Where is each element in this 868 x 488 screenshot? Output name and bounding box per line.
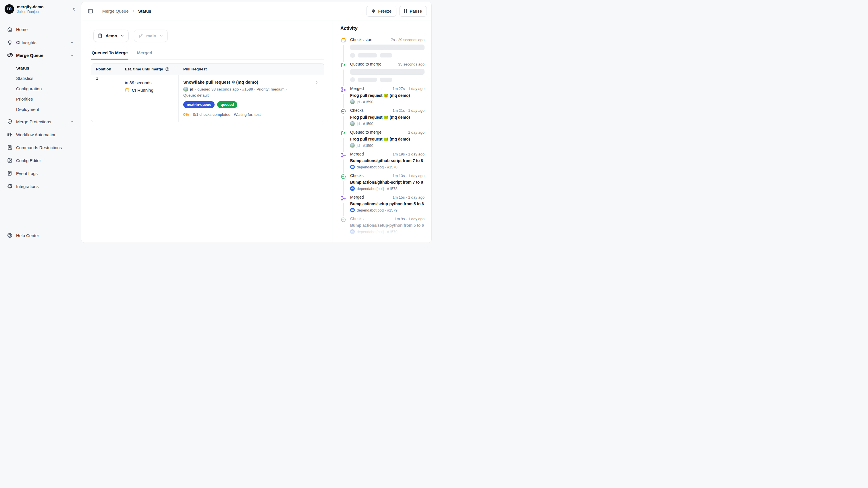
sidebar-item-ci-insights[interactable]: CI Insights <box>5 37 76 47</box>
activity-byline-text: jd · #1590 <box>357 100 373 104</box>
sidebar-item-config-editor[interactable]: Config Editor <box>5 155 76 165</box>
shield-check-icon <box>7 119 13 124</box>
activity-byline: jd · #1590 <box>350 99 425 104</box>
dependabot-avatar <box>350 165 355 169</box>
pause-icon <box>404 9 407 13</box>
repository-value: demo <box>106 33 117 38</box>
checks-summary: · 0/1 checks completed · Waiting for: te… <box>191 112 261 117</box>
sidebar-subitem-priorities[interactable]: Priorities <box>5 95 76 103</box>
help-center-link[interactable]: Help Center <box>7 232 39 238</box>
progress-percent: 0% <box>183 112 189 117</box>
queue-tabs: Queued To Merge Merged <box>91 50 324 59</box>
activity-byline-text: dependabot[bot] · #1579 <box>357 230 398 234</box>
activity-item-title: Queued to merge <box>350 62 381 66</box>
document-lock-icon <box>7 145 13 150</box>
breadcrumb-merge-queue[interactable]: Merge Queue <box>102 9 129 13</box>
activity-item: Queued to merge 1 day ago Frog pull requ… <box>340 130 425 148</box>
snowflake-icon <box>371 9 376 13</box>
activity-item: Merged 1m 27s · 1 day ago Frog pull requ… <box>340 86 425 104</box>
activity-item-time: 1 day ago <box>408 130 425 135</box>
activity-pr-link[interactable]: Frog pull request 🐸 (mq demo) <box>350 137 425 141</box>
chevron-down-icon <box>159 34 163 38</box>
breadcrumb: Merge Queue Status <box>102 9 151 13</box>
activity-item-title: Checks <box>350 173 364 178</box>
tab-merged[interactable]: Merged <box>136 50 153 59</box>
activity-byline-text: jd · #1590 <box>357 121 373 126</box>
queued-to-merge-icon <box>340 62 346 69</box>
activity-item: Merged 1m 15s · 1 day ago Bump actions/s… <box>340 195 425 212</box>
activity-item-time: 35 seconds ago <box>398 62 425 66</box>
check-circle-icon <box>340 108 346 116</box>
dependabot-avatar <box>350 208 355 212</box>
ci-running-spinner-icon <box>125 88 129 92</box>
sidebar-subitem-configuration[interactable]: Configuration <box>5 85 76 93</box>
check-circle-icon <box>340 217 346 224</box>
sidebar-item-integrations[interactable]: Integrations <box>5 181 76 191</box>
merge-queue-icon <box>7 52 13 58</box>
chevron-down-icon <box>70 40 74 45</box>
activity-pr-link[interactable]: Bump actions/github-script from 7 to 8 <box>350 159 425 163</box>
avatar <box>350 99 355 104</box>
activity-pr-link[interactable]: Bump actions/setup-python from 5 to 6 <box>350 202 425 206</box>
event-logs-icon <box>7 170 13 176</box>
pause-button[interactable]: Pause <box>399 6 427 17</box>
activity-item-title: Checks <box>350 217 364 221</box>
sidebar-item-merge-queue[interactable]: Merge Queue <box>5 50 76 60</box>
activity-item-time: 1m 19s · 1 day ago <box>393 152 425 156</box>
tab-queued-to-merge[interactable]: Queued To Merge <box>91 50 128 59</box>
pr-title[interactable]: Snowflake pull request ❄ (mq demo) <box>183 80 258 85</box>
lightbulb-icon <box>7 39 13 45</box>
chevron-right-icon[interactable] <box>312 80 319 85</box>
dependabot-avatar <box>350 186 355 191</box>
sidebar-item-merge-protections[interactable]: Merge Protections <box>5 117 76 126</box>
queue-table: Position Est. time until merge Pull Requ… <box>91 63 324 122</box>
activity-byline-text: dependabot[bot] · #1578 <box>357 186 398 191</box>
activity-item: Merged 1m 19s · 1 day ago Bump actions/g… <box>340 152 425 169</box>
sidebar-subitem-statistics[interactable]: Statistics <box>5 74 76 83</box>
branch-select[interactable]: main <box>134 30 168 42</box>
sidebar-item-label: Integrations <box>16 184 38 189</box>
activity-pr-link[interactable]: Bump actions/github-script from 7 to 8 <box>350 180 425 184</box>
sidebar-subitem-deployment[interactable]: Deployment <box>5 105 76 114</box>
sidebar-item-commands-restrictions[interactable]: Commands Restrictions <box>5 143 76 152</box>
edit-square-icon <box>7 157 13 163</box>
activity-byline: dependabot[bot] · #1578 <box>350 165 425 169</box>
sidebar-item-label: Home <box>16 27 28 32</box>
activity-byline: dependabot[bot] · #1578 <box>350 186 425 191</box>
repository-select[interactable]: demo <box>93 30 129 42</box>
activity-item-time: 7s · 29 seconds ago <box>391 38 425 42</box>
pr-author: jd <box>190 87 193 91</box>
sidebar-item-workflow-automation[interactable]: Workflow Automation <box>5 130 76 139</box>
sidebar-item-event-logs[interactable]: Event Logs <box>5 168 76 178</box>
avatar <box>183 87 188 92</box>
git-merge-icon <box>340 195 346 203</box>
sidebar-subitem-status[interactable]: Status <box>5 64 76 72</box>
column-position: Position <box>91 63 120 75</box>
git-merge-icon <box>340 152 346 160</box>
activity-pr-link[interactable]: Frog pull request 🐸 (mq demo) <box>350 93 425 98</box>
activity-pr-link[interactable]: Bump actions/setup-python from 5 to 6 <box>350 223 425 228</box>
main-card: Merge Queue Status Freeze Pause <box>81 2 432 243</box>
column-pull-request: Pull Request <box>179 63 324 75</box>
chevron-up-icon <box>70 53 74 57</box>
activity-byline: dependabot[bot] · #1579 <box>350 229 425 234</box>
badge-next-in-queue: next-in-queue <box>183 101 215 108</box>
pr-checks: 0% · 0/1 checks completed · Waiting for:… <box>183 112 319 117</box>
activity-item-time: 1m 27s · 1 day ago <box>393 87 425 91</box>
sidebar-item-home[interactable]: Home <box>5 24 76 34</box>
help-circle-icon[interactable] <box>165 67 169 71</box>
activity-byline: jd · #1590 <box>350 143 425 148</box>
activity-byline: jd · #1590 <box>350 121 425 126</box>
sidebar-toggle-button[interactable] <box>88 8 93 14</box>
check-circle-icon <box>340 173 346 181</box>
freeze-button[interactable]: Freeze <box>366 6 396 17</box>
badge-queued: queued <box>217 101 237 108</box>
activity-item: Queued to merge 35 seconds ago <box>340 62 425 82</box>
activity-pr-link[interactable]: Frog pull request 🐸 (mq demo) <box>350 115 425 120</box>
activity-panel: Activity Checks start 7s · 29 seconds ag… <box>333 21 431 242</box>
merge-queue-submenu: Status Statistics Configuration Prioriti… <box>5 63 76 117</box>
sidebar-item-label: Commands Restrictions <box>16 145 62 150</box>
pr-meta-text: · queued 33 seconds ago · #1589 · Priori… <box>195 87 287 91</box>
workspace-selector[interactable]: m mergify-demo Julien Danjou <box>0 0 81 18</box>
table-row[interactable]: 1 in 39 seconds CI Running Snowflake pul… <box>91 75 324 122</box>
